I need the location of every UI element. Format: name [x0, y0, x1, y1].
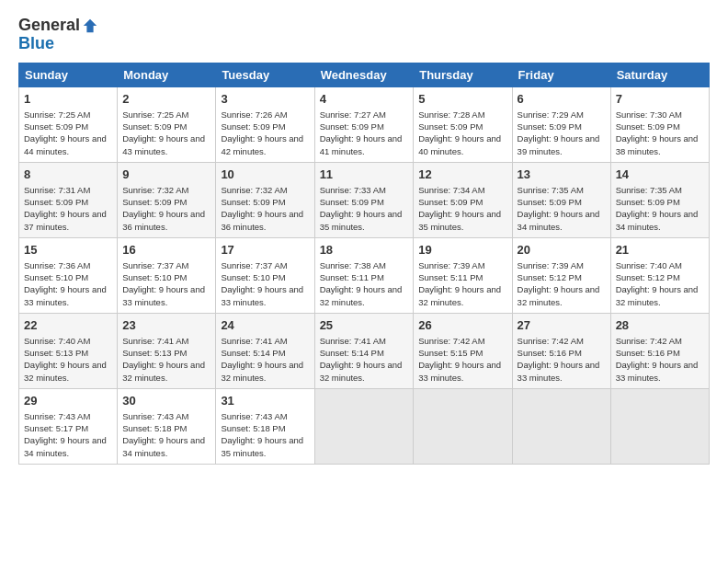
day-number: 30 — [122, 393, 210, 409]
sunrise-label: Sunrise: 7:29 AM — [518, 109, 584, 120]
calendar-cell: 5Sunrise: 7:28 AMSunset: 5:09 PMDaylight… — [414, 86, 512, 162]
daylight-label: Daylight: 9 hours and 32 minutes. — [24, 360, 107, 382]
sunrise-label: Sunrise: 7:41 AM — [320, 336, 386, 346]
daylight-label: Daylight: 9 hours and 34 minutes. — [616, 209, 699, 231]
sunrise-label: Sunrise: 7:35 AM — [518, 185, 584, 195]
daylight-label: Daylight: 9 hours and 37 minutes. — [24, 209, 107, 231]
sunset-label: Sunset: 5:09 PM — [24, 121, 88, 132]
sunset-label: Sunset: 5:09 PM — [221, 197, 285, 207]
daylight-label: Daylight: 9 hours and 33 minutes. — [418, 360, 501, 382]
daylight-label: Daylight: 9 hours and 41 minutes. — [320, 133, 403, 155]
day-number: 14 — [616, 167, 704, 183]
sunset-label: Sunset: 5:12 PM — [616, 272, 680, 282]
daylight-label: Daylight: 9 hours and 32 minutes. — [320, 284, 403, 306]
day-number: 22 — [24, 317, 112, 334]
page: General Blue SundayMondayTuesdayWednesda… — [0, 0, 728, 563]
calendar-cell: 6Sunrise: 7:29 AMSunset: 5:09 PMDaylight… — [512, 86, 610, 162]
daylight-label: Daylight: 9 hours and 36 minutes. — [122, 209, 205, 231]
sunset-label: Sunset: 5:09 PM — [24, 197, 88, 207]
daylight-label: Daylight: 9 hours and 35 minutes. — [320, 209, 403, 231]
calendar-week-5: 29Sunrise: 7:43 AMSunset: 5:17 PMDayligh… — [19, 388, 710, 464]
sunrise-label: Sunrise: 7:42 AM — [418, 336, 484, 346]
logo: General Blue — [18, 17, 98, 53]
daylight-label: Daylight: 9 hours and 34 minutes. — [518, 209, 600, 231]
day-number: 21 — [616, 242, 704, 259]
sunset-label: Sunset: 5:09 PM — [122, 197, 187, 207]
logo-blue: Blue — [18, 35, 54, 53]
day-number: 2 — [122, 91, 210, 108]
calendar-cell: 27Sunrise: 7:42 AMSunset: 5:16 PMDayligh… — [512, 313, 610, 388]
calendar-cell: 12Sunrise: 7:34 AMSunset: 5:09 PMDayligh… — [414, 162, 512, 237]
sunrise-label: Sunrise: 7:34 AM — [418, 185, 484, 195]
sunset-label: Sunset: 5:09 PM — [320, 197, 384, 207]
sunset-label: Sunset: 5:09 PM — [616, 121, 680, 132]
calendar-cell: 15Sunrise: 7:36 AMSunset: 5:10 PMDayligh… — [19, 237, 118, 313]
calendar-cell: 30Sunrise: 7:43 AMSunset: 5:18 PMDayligh… — [118, 388, 216, 464]
sunrise-label: Sunrise: 7:39 AM — [418, 260, 484, 270]
calendar-cell — [512, 388, 610, 464]
daylight-label: Daylight: 9 hours and 42 minutes. — [221, 133, 303, 155]
calendar-cell: 20Sunrise: 7:39 AMSunset: 5:12 PMDayligh… — [512, 237, 610, 313]
day-number: 19 — [418, 242, 506, 259]
calendar-cell: 10Sunrise: 7:32 AMSunset: 5:09 PMDayligh… — [216, 162, 314, 237]
daylight-label: Daylight: 9 hours and 32 minutes. — [122, 360, 205, 382]
calendar-week-4: 22Sunrise: 7:40 AMSunset: 5:13 PMDayligh… — [19, 313, 710, 388]
calendar-week-1: 1Sunrise: 7:25 AMSunset: 5:09 PMDaylight… — [19, 86, 710, 162]
sunrise-label: Sunrise: 7:37 AM — [221, 260, 287, 270]
day-number: 25 — [320, 317, 409, 334]
day-number: 8 — [24, 167, 112, 183]
sunrise-label: Sunrise: 7:31 AM — [24, 185, 90, 195]
calendar-cell: 8Sunrise: 7:31 AMSunset: 5:09 PMDaylight… — [19, 162, 118, 237]
daylight-label: Daylight: 9 hours and 33 minutes. — [518, 360, 600, 382]
sunset-label: Sunset: 5:09 PM — [221, 121, 285, 132]
sunset-label: Sunset: 5:14 PM — [221, 348, 285, 358]
header-sunday: Sunday — [19, 63, 118, 86]
sunrise-label: Sunrise: 7:35 AM — [616, 185, 682, 195]
logo-icon — [82, 17, 98, 34]
sunset-label: Sunset: 5:11 PM — [320, 272, 384, 282]
header-thursday: Thursday — [414, 63, 512, 86]
calendar-cell: 13Sunrise: 7:35 AMSunset: 5:09 PMDayligh… — [512, 162, 610, 237]
header: General Blue — [18, 17, 710, 53]
svg-marker-0 — [84, 19, 97, 32]
header-tuesday: Tuesday — [216, 63, 314, 86]
day-number: 10 — [221, 167, 309, 183]
daylight-label: Daylight: 9 hours and 34 minutes. — [122, 435, 205, 457]
sunrise-label: Sunrise: 7:43 AM — [122, 411, 188, 421]
sunset-label: Sunset: 5:17 PM — [24, 423, 88, 433]
sunrise-label: Sunrise: 7:26 AM — [221, 109, 287, 120]
sunrise-label: Sunrise: 7:41 AM — [122, 336, 188, 346]
day-number: 12 — [418, 167, 506, 183]
calendar-cell: 31Sunrise: 7:43 AMSunset: 5:18 PMDayligh… — [216, 388, 314, 464]
calendar-cell: 19Sunrise: 7:39 AMSunset: 5:11 PMDayligh… — [414, 237, 512, 313]
header-saturday: Saturday — [610, 63, 709, 86]
day-number: 24 — [221, 317, 309, 334]
calendar-cell: 11Sunrise: 7:33 AMSunset: 5:09 PMDayligh… — [314, 162, 414, 237]
day-number: 28 — [616, 317, 704, 334]
sunset-label: Sunset: 5:11 PM — [418, 272, 483, 282]
calendar-cell: 7Sunrise: 7:30 AMSunset: 5:09 PMDaylight… — [610, 86, 709, 162]
sunrise-label: Sunrise: 7:42 AM — [616, 336, 682, 346]
day-number: 4 — [320, 91, 409, 108]
sunset-label: Sunset: 5:13 PM — [122, 348, 187, 358]
logo-general: General — [18, 17, 80, 35]
day-number: 6 — [518, 91, 606, 108]
sunrise-label: Sunrise: 7:36 AM — [24, 260, 90, 270]
sunset-label: Sunset: 5:18 PM — [221, 423, 285, 433]
daylight-label: Daylight: 9 hours and 43 minutes. — [122, 133, 205, 155]
sunset-label: Sunset: 5:16 PM — [616, 348, 680, 358]
daylight-label: Daylight: 9 hours and 33 minutes. — [122, 284, 205, 306]
sunset-label: Sunset: 5:09 PM — [122, 121, 187, 132]
day-number: 15 — [24, 242, 112, 259]
calendar-cell: 9Sunrise: 7:32 AMSunset: 5:09 PMDaylight… — [118, 162, 216, 237]
calendar-cell — [314, 388, 414, 464]
sunset-label: Sunset: 5:18 PM — [122, 423, 187, 433]
header-friday: Friday — [512, 63, 610, 86]
sunrise-label: Sunrise: 7:28 AM — [418, 109, 484, 120]
daylight-label: Daylight: 9 hours and 36 minutes. — [221, 209, 303, 231]
calendar-cell: 16Sunrise: 7:37 AMSunset: 5:10 PMDayligh… — [118, 237, 216, 313]
daylight-label: Daylight: 9 hours and 34 minutes. — [24, 435, 107, 457]
day-number: 5 — [418, 91, 506, 108]
sunset-label: Sunset: 5:15 PM — [418, 348, 483, 358]
day-number: 20 — [518, 242, 606, 259]
